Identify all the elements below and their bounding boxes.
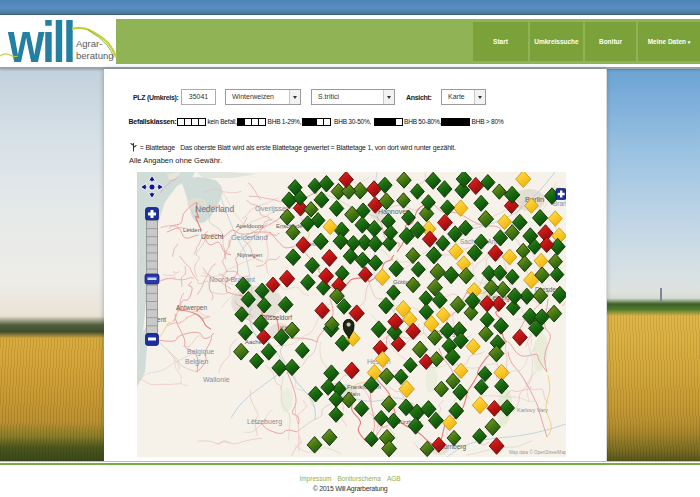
svg-text:Leiden: Leiden <box>183 227 201 233</box>
svg-text:Wallonie: Wallonie <box>203 376 230 383</box>
svg-text:Nederland: Nederland <box>195 204 234 214</box>
svg-text:Antwerpen: Antwerpen <box>176 304 207 312</box>
svg-text:Gelderland: Gelderland <box>231 233 268 242</box>
svg-text:Karlovy Vary: Karlovy Vary <box>517 407 548 413</box>
svg-text:Belgien: Belgien <box>185 358 208 366</box>
svg-text:Overijssel: Overijssel <box>255 204 288 213</box>
svg-text:Utrecht: Utrecht <box>201 233 224 240</box>
svg-text:Map data © OpenStreetMap contr: Map data © OpenStreetMap contributors <box>509 449 566 455</box>
svg-text:Apeldoorn: Apeldoorn <box>236 223 263 229</box>
svg-text:Lëtzebuerg: Lëtzebuerg <box>247 418 282 426</box>
svg-text:Belgique: Belgique <box>187 348 214 356</box>
svg-text:Nijmegen: Nijmegen <box>237 252 262 258</box>
